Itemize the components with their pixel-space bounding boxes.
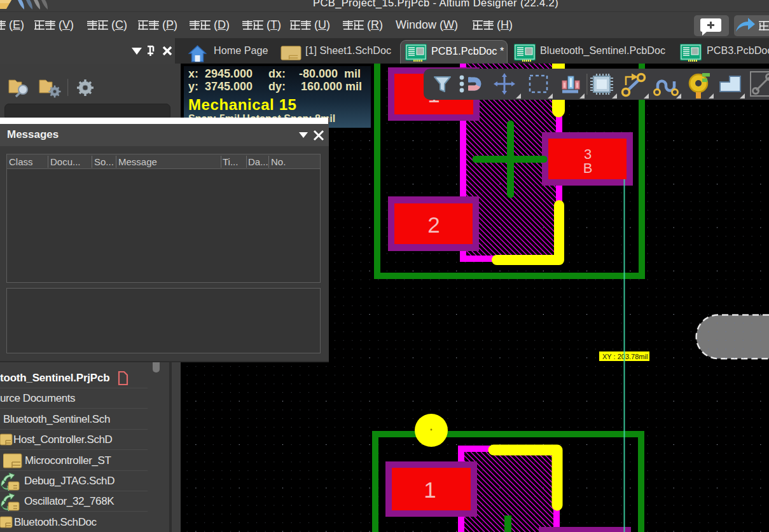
svg-text:XY : 203.78mil: XY : 203.78mil <box>602 353 648 360</box>
svg-text:2: 2 <box>427 212 440 237</box>
svg-text:B: B <box>583 160 593 176</box>
svg-text:1: 1 <box>424 477 436 502</box>
